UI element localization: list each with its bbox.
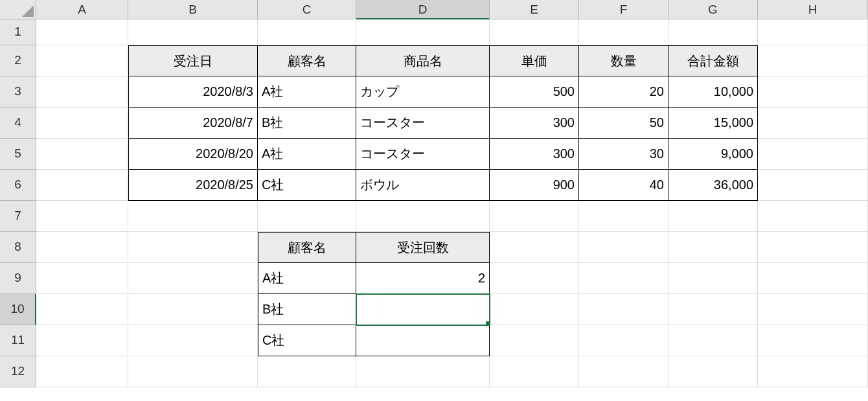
cell-A4[interactable] [36,108,128,139]
row-header-5[interactable]: 5 [0,139,36,170]
cell-H9[interactable] [758,263,868,294]
cell-B6[interactable]: 2020/8/25 [128,170,258,201]
cell-A2[interactable] [36,45,128,76]
cell-G4[interactable]: 15,000 [668,108,758,139]
cell-G3[interactable]: 10,000 [668,76,758,108]
cell-H1[interactable] [758,19,868,45]
cell-D9[interactable]: 2 [356,263,490,294]
row-header-3[interactable]: 3 [0,76,36,108]
cell-F1[interactable] [579,19,668,45]
cell-F10[interactable] [579,294,668,325]
cell-A11[interactable] [36,325,128,356]
cell-C5[interactable]: A社 [258,139,356,170]
col-header-D[interactable]: D [356,0,490,19]
cell-E2[interactable]: 単価 [490,45,579,76]
cell-F3[interactable]: 20 [579,76,668,108]
cell-C3[interactable]: A社 [258,76,356,108]
cell-C11[interactable]: C社 [258,325,356,356]
cell-B11[interactable] [128,325,258,356]
cell-H3[interactable] [758,76,868,108]
cell-A12[interactable] [36,356,128,387]
cell-F12[interactable] [579,356,668,387]
cell-F8[interactable] [579,232,668,263]
cell-A8[interactable] [36,232,128,263]
cell-F9[interactable] [579,263,668,294]
row-header-12[interactable]: 12 [0,356,36,387]
cell-F6[interactable]: 40 [579,170,668,201]
cell-C4[interactable]: B社 [258,108,356,139]
cell-G5[interactable]: 9,000 [668,139,758,170]
cell-G8[interactable] [668,232,758,263]
cell-A7[interactable] [36,201,128,232]
col-header-E[interactable]: E [490,0,579,19]
cell-A1[interactable] [36,19,128,45]
cell-C9[interactable]: A社 [258,263,356,294]
cell-B12[interactable] [128,356,258,387]
cell-H12[interactable] [758,356,868,387]
cell-E1[interactable] [490,19,579,45]
cell-B2[interactable]: 受注日 [128,45,258,76]
cell-A9[interactable] [36,263,128,294]
cell-F2[interactable]: 数量 [579,45,668,76]
cell-E6[interactable]: 900 [490,170,579,201]
cell-E4[interactable]: 300 [490,108,579,139]
cell-B10[interactable] [128,294,258,325]
row-header-9[interactable]: 9 [0,263,36,294]
spreadsheet-grid[interactable]: A B C D E F G H 1 2 受注日 顧客名 商品名 単価 数量 合計… [0,0,868,387]
cell-B4[interactable]: 2020/8/7 [128,108,258,139]
row-header-1[interactable]: 1 [0,19,36,45]
cell-D3[interactable]: カップ [356,76,490,108]
cell-H2[interactable] [758,45,868,76]
cell-B5[interactable]: 2020/8/20 [128,139,258,170]
cell-C7[interactable] [258,201,356,232]
cell-D6[interactable]: ボウル [356,170,490,201]
col-header-A[interactable]: A [36,0,128,19]
row-header-8[interactable]: 8 [0,232,36,263]
cell-H5[interactable] [758,139,868,170]
cell-G9[interactable] [668,263,758,294]
cell-E3[interactable]: 500 [490,76,579,108]
col-header-F[interactable]: F [579,0,668,19]
cell-D11[interactable] [356,325,490,356]
cell-B8[interactable] [128,232,258,263]
cell-H7[interactable] [758,201,868,232]
cell-E9[interactable] [490,263,579,294]
cell-F11[interactable] [579,325,668,356]
cell-G1[interactable] [668,19,758,45]
row-header-7[interactable]: 7 [0,201,36,232]
row-header-6[interactable]: 6 [0,170,36,201]
cell-C6[interactable]: C社 [258,170,356,201]
cell-G2[interactable]: 合計金額 [668,45,758,76]
cell-D2[interactable]: 商品名 [356,45,490,76]
cell-D8[interactable]: 受注回数 [356,232,490,263]
cell-H8[interactable] [758,232,868,263]
cell-G10[interactable] [668,294,758,325]
cell-B1[interactable] [128,19,258,45]
cell-G7[interactable] [668,201,758,232]
row-header-11[interactable]: 11 [0,325,36,356]
cell-F5[interactable]: 30 [579,139,668,170]
cell-E12[interactable] [490,356,579,387]
cell-A5[interactable] [36,139,128,170]
row-header-10[interactable]: 10 [0,294,36,325]
cell-D5[interactable]: コースター [356,139,490,170]
cell-H10[interactable] [758,294,868,325]
cell-E11[interactable] [490,325,579,356]
cell-H6[interactable] [758,170,868,201]
row-header-2[interactable]: 2 [0,45,36,76]
cell-G12[interactable] [668,356,758,387]
cell-E10[interactable] [490,294,579,325]
col-header-H[interactable]: H [758,0,868,19]
cell-D12[interactable] [356,356,490,387]
cell-D4[interactable]: コースター [356,108,490,139]
cell-E8[interactable] [490,232,579,263]
cell-A6[interactable] [36,170,128,201]
cell-G6[interactable]: 36,000 [668,170,758,201]
cell-C8[interactable]: 顧客名 [258,232,356,263]
row-header-4[interactable]: 4 [0,108,36,139]
col-header-B[interactable]: B [128,0,258,19]
cell-F4[interactable]: 50 [579,108,668,139]
cell-B3[interactable]: 2020/8/3 [128,76,258,108]
cell-A10[interactable] [36,294,128,325]
cell-C10[interactable]: B社 [258,294,356,325]
